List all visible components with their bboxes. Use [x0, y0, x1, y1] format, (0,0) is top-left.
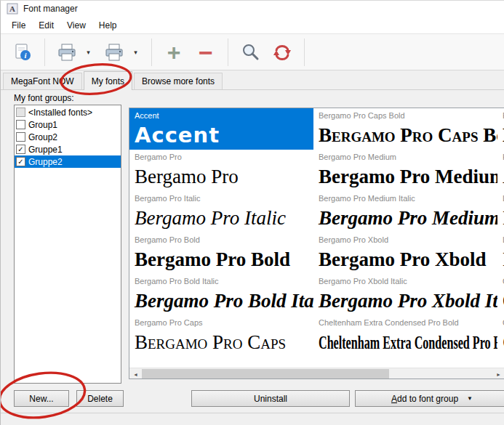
- font-group-row-group2[interactable]: Group2: [15, 131, 121, 143]
- add-to-font-group-button[interactable]: Add to font group ▼: [355, 390, 504, 407]
- font-preview: Bergamo Pro Bold: [135, 246, 311, 272]
- font-cell-bergamo-pro[interactable]: Bergamo Pro Bergamo Pro: [129, 150, 313, 191]
- new-group-button[interactable]: New...: [14, 390, 69, 407]
- font-name-label: Accent: [135, 111, 311, 122]
- search-button[interactable]: [234, 36, 266, 68]
- chevron-down-icon: ▾: [87, 49, 90, 56]
- window-title: Font manager: [23, 4, 78, 14]
- toolbar-separator: [151, 39, 152, 66]
- add-to-font-group-label: Add to font group: [391, 394, 458, 404]
- menu-file[interactable]: File: [5, 18, 32, 33]
- font-cell-bergamo-pro-medium-italic[interactable]: Bergamo Pro Medium Italic Bergamo Pro Me…: [313, 191, 497, 232]
- font-cell-partial[interactable]: O O: [497, 274, 504, 315]
- font-name-label: Bergamo Pro Bold: [135, 235, 311, 246]
- font-name-label: Bergamo Pro: [135, 153, 311, 163]
- font-name-label: Bergamo Pro Xbold: [319, 235, 495, 246]
- font-name-label: Bergamo Pro Xbold Italic: [319, 277, 495, 288]
- minus-icon: −: [199, 40, 213, 65]
- group-checkbox[interactable]: [16, 108, 25, 117]
- font-preview: Bergamo Pro Italic: [135, 205, 311, 231]
- font-name-label: Bergamo Pro Caps Bold: [319, 111, 495, 122]
- group-checkbox[interactable]: ✓: [16, 157, 25, 166]
- toolbar-separator: [44, 39, 45, 66]
- font-cell-accent[interactable]: Accent Accent: [129, 108, 313, 150]
- font-cell-bergamo-pro-caps-bold[interactable]: Bergamo Pro Caps Bold Bergamo Pro Caps B…: [313, 108, 497, 150]
- search-icon: [241, 43, 260, 62]
- scroll-left-button[interactable]: ◄: [129, 368, 142, 379]
- menubar: File Edit View Help: [1, 17, 504, 33]
- group-checkbox[interactable]: [16, 120, 25, 129]
- bottom-divider: [1, 413, 504, 413]
- font-preview: Bergamo Pro: [135, 163, 311, 190]
- scroll-left-icon: ◄: [133, 372, 138, 377]
- add-fonts-button[interactable]: +: [158, 36, 190, 68]
- font-group-row-gruppe1[interactable]: ✓ Gruppe1: [15, 143, 121, 155]
- font-preview: Cheltenham Extra Condensed Pro Bold: [319, 330, 497, 356]
- group-checkbox[interactable]: ✓: [16, 145, 25, 154]
- print-preview-dropdown-button[interactable]: ▾: [130, 36, 141, 68]
- font-name-label: Bergamo Pro Medium Italic: [319, 194, 495, 205]
- font-cell-partial[interactable]: O C: [497, 315, 504, 357]
- font-preview: Bergamo Pro Medium Italic: [319, 205, 495, 231]
- print-button[interactable]: [51, 36, 83, 68]
- font-cell-partial[interactable]: Lo L: [497, 191, 504, 232]
- titlebar: A Font manager: [1, 1, 504, 17]
- uninstall-button[interactable]: Uninstall: [191, 390, 350, 407]
- font-groups-listbox[interactable]: <Installed fonts> Group1 Group2 ✓ Gruppe…: [14, 105, 121, 384]
- menu-help[interactable]: Help: [92, 18, 124, 33]
- scroll-right-button[interactable]: ►: [492, 368, 504, 379]
- font-cell-partial[interactable]: Ha A: [497, 150, 504, 191]
- group-checkbox[interactable]: [16, 132, 25, 142]
- font-preview: Bergamo Pro Bold Italic: [135, 288, 311, 314]
- delete-group-button[interactable]: Delete: [76, 390, 124, 407]
- info-button[interactable]: i: [7, 36, 39, 68]
- font-name-label: Bergamo Pro Italic: [135, 194, 311, 205]
- font-cell-bergamo-pro-caps[interactable]: Bergamo Pro Caps Bergamo Pro Caps: [129, 315, 313, 357]
- horizontal-scrollbar[interactable]: ◄ ►: [129, 368, 504, 379]
- remove-fonts-button[interactable]: −: [190, 36, 222, 68]
- font-cell-cheltenham-extra-condensed-pro-bold[interactable]: Cheltenham Extra Condensed Pro Bold Chel…: [313, 315, 497, 357]
- font-cell-bergamo-pro-medium[interactable]: Bergamo Pro Medium Bergamo Pro Medium: [313, 150, 497, 191]
- font-list-panel: Accent Accent Bergamo Pro Bergamo Pro Be…: [129, 108, 504, 379]
- toolbar-separator: [228, 39, 228, 66]
- info-icon: i: [13, 43, 32, 62]
- font-name-label: Bergamo Pro Bold Italic: [135, 277, 311, 288]
- font-manager-window: A Font manager File Edit View Help i: [0, 0, 504, 425]
- font-preview: Bergamo Pro Medium: [319, 163, 495, 190]
- font-cell-bergamo-pro-bold[interactable]: Bergamo Pro Bold Bergamo Pro Bold: [129, 232, 313, 274]
- group-label: Gruppe1: [28, 145, 63, 155]
- font-grid-col-2: Bergamo Pro Caps Bold Bergamo Pro Caps B…: [313, 108, 497, 368]
- print-preview-button[interactable]: [98, 36, 130, 68]
- font-group-row-group1[interactable]: Group1: [15, 118, 121, 131]
- font-groups-heading: My font groups:: [14, 93, 74, 103]
- font-cell-partial[interactable]: Er B: [497, 108, 504, 150]
- group-label: Group2: [28, 132, 57, 142]
- menu-view[interactable]: View: [60, 18, 92, 33]
- refresh-button[interactable]: [266, 36, 298, 68]
- font-preview: Bergamo Pro Xbold: [319, 246, 495, 272]
- font-cell-bergamo-pro-bold-italic[interactable]: Bergamo Pro Bold Italic Bergamo Pro Bold…: [129, 274, 313, 315]
- group-label: Gruppe2: [28, 157, 63, 167]
- plus-icon: +: [167, 41, 181, 64]
- font-cell-partial[interactable]: Lo L: [497, 232, 504, 274]
- font-grid: Accent Accent Bergamo Pro Bergamo Pro Be…: [129, 108, 504, 368]
- dropdown-arrow-icon: ▼: [467, 395, 473, 402]
- refresh-icon: [273, 43, 292, 62]
- print-dropdown-button[interactable]: ▾: [83, 36, 94, 68]
- font-group-row-gruppe2[interactable]: ✓ Gruppe2: [15, 155, 121, 168]
- tab-megafont-now[interactable]: MegaFont NOW: [3, 73, 82, 89]
- font-cell-bergamo-pro-xbold-italic[interactable]: Bergamo Pro Xbold Italic Bergamo Pro Xbo…: [313, 274, 497, 315]
- tab-browse-more-fonts[interactable]: Browse more fonts: [134, 73, 223, 89]
- group-label: Group1: [28, 120, 57, 130]
- font-name-label: Cheltenham Extra Condensed Pro Bold: [319, 318, 495, 329]
- tab-my-fonts[interactable]: My fonts: [84, 71, 132, 90]
- chevron-down-icon: ▾: [134, 49, 137, 56]
- font-group-row-installed[interactable]: <Installed fonts>: [15, 106, 121, 118]
- printer-icon: [57, 43, 77, 62]
- menu-edit[interactable]: Edit: [32, 18, 60, 33]
- scroll-thumb[interactable]: [142, 369, 389, 379]
- font-cell-bergamo-pro-xbold[interactable]: Bergamo Pro Xbold Bergamo Pro Xbold: [313, 232, 497, 274]
- font-preview: Bergamo Pro Xbold Italic: [319, 288, 495, 314]
- font-cell-bergamo-pro-italic[interactable]: Bergamo Pro Italic Bergamo Pro Italic: [129, 191, 313, 232]
- font-preview: Bergamo Pro Caps Bold: [319, 122, 495, 148]
